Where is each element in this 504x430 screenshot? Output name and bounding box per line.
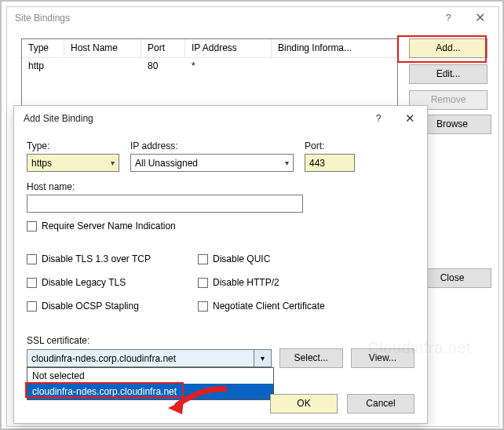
close-icon[interactable]: ✕	[464, 7, 495, 29]
grid-header: Type Host Name Port IP Address Binding I…	[22, 39, 397, 58]
help-icon[interactable]: ?	[433, 7, 464, 29]
ssl-option-not-selected[interactable]: Not selected	[27, 368, 273, 384]
negcert-label: Negotiate Client Certificate	[213, 301, 325, 312]
type-value: https	[31, 158, 52, 169]
tls13-label: Disable TLS 1.3 over TCP	[42, 253, 151, 264]
ip-value: All Unassigned	[135, 158, 198, 169]
checkbox-icon	[27, 254, 37, 264]
add-dialog-title: Add Site Binding	[24, 113, 363, 124]
hostname-label: Host name:	[27, 181, 415, 192]
quic-label: Disable QUIC	[213, 253, 270, 264]
port-input[interactable]: 443	[305, 154, 355, 172]
checkbox-icon	[198, 301, 208, 312]
help-icon[interactable]: ?	[363, 106, 394, 131]
cell-host	[64, 58, 141, 75]
cell-bind	[272, 58, 397, 75]
edit-button[interactable]: Edit...	[409, 64, 488, 84]
ip-combo[interactable]: All Unassigned ▾	[130, 154, 294, 172]
legacy-tls-checkbox[interactable]: Disable Legacy TLS	[27, 277, 151, 288]
ip-label: IP address:	[130, 140, 294, 151]
add-button[interactable]: Add...	[409, 38, 488, 58]
quic-checkbox[interactable]: Disable QUIC	[198, 253, 325, 264]
add-site-binding-dialog: Add Site Binding ? ✕ Type: https ▾ IP ad…	[13, 105, 428, 424]
col-bind[interactable]: Binding Informa...	[272, 39, 397, 57]
tls13-checkbox[interactable]: Disable TLS 1.3 over TCP	[27, 253, 151, 264]
chevron-down-icon: ▾	[285, 159, 289, 167]
cancel-button[interactable]: Cancel	[347, 394, 415, 414]
ssl-cert-dropdown: Not selected cloudinfra-ndes.corp.cloudi…	[27, 367, 274, 400]
col-port[interactable]: Port	[141, 39, 185, 57]
table-row[interactable]: http 80 *	[22, 58, 397, 75]
sni-label: Require Server Name Indication	[42, 220, 176, 231]
checkbox-icon	[27, 278, 37, 288]
type-label: Type:	[27, 140, 119, 151]
type-combo[interactable]: https ▾	[27, 154, 119, 172]
checkbox-icon	[198, 278, 208, 288]
ssl-option-cloudinfra[interactable]: cloudinfra-ndes.corp.cloudinfra.net	[27, 384, 273, 399]
port-value: 443	[309, 158, 325, 169]
ssl-cert-value: cloudinfra-ndes.corp.cloudinfra.net	[27, 353, 254, 364]
add-dialog-titlebar: Add Site Binding ? ✕	[14, 106, 427, 131]
ocsp-checkbox[interactable]: Disable OCSP Stapling	[27, 301, 151, 312]
ocsp-label: Disable OCSP Stapling	[42, 301, 139, 312]
col-host[interactable]: Host Name	[64, 39, 141, 57]
close-icon[interactable]: ✕	[394, 106, 425, 131]
legacy-label: Disable Legacy TLS	[42, 277, 126, 288]
col-ip[interactable]: IP Address	[185, 39, 272, 57]
cell-port: 80	[141, 58, 185, 75]
checkbox-icon	[27, 301, 37, 312]
chevron-down-icon: ▾	[111, 159, 115, 167]
chevron-down-icon[interactable]: ▾	[254, 350, 271, 366]
col-type[interactable]: Type	[22, 39, 64, 57]
checkbox-icon	[198, 254, 208, 264]
checkbox-icon	[27, 221, 37, 231]
negcert-checkbox[interactable]: Negotiate Client Certificate	[198, 301, 325, 312]
cell-ip: *	[185, 58, 272, 75]
cell-type: http	[22, 58, 64, 75]
page-title: Site Bindings	[15, 13, 433, 24]
watermark: Cloudinfra.net	[367, 339, 471, 357]
select-button[interactable]: Select...	[279, 348, 343, 368]
port-label: Port:	[305, 140, 355, 151]
http2-label: Disable HTTP/2	[213, 277, 279, 288]
ssl-cert-combo[interactable]: cloudinfra-ndes.corp.cloudinfra.net ▾ No…	[27, 349, 272, 367]
sni-checkbox[interactable]: Require Server Name Indication	[27, 220, 415, 231]
hostname-input[interactable]	[27, 195, 303, 213]
ok-button[interactable]: OK	[270, 394, 338, 414]
http2-checkbox[interactable]: Disable HTTP/2	[198, 277, 325, 288]
site-bindings-titlebar: Site Bindings ? ✕	[7, 7, 499, 29]
ssl-cert-label: SSL certificate:	[27, 335, 415, 346]
